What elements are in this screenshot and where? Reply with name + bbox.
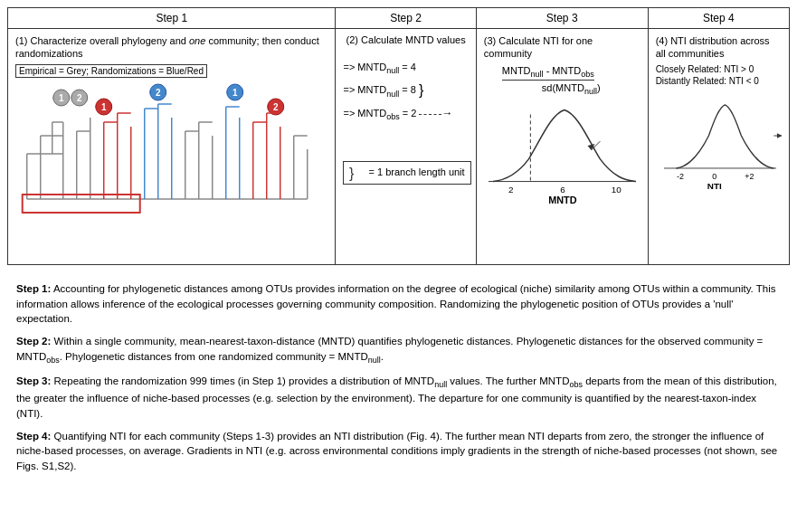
tree-area: 1 2 2 1 1 2	[15, 81, 327, 226]
steps-header-row: Step 1 Step 2 Step 3 Step 4	[8, 8, 789, 29]
step2-content: (2) Calculate MNTD values => MNTDnull = …	[336, 29, 476, 264]
step3-content: (3) Calculate NTI for one community MNTD…	[477, 29, 649, 264]
svg-text:6: 6	[560, 185, 565, 195]
svg-marker-61	[777, 133, 782, 138]
text-section: Step 1: Accounting for phylogenetic dist…	[7, 274, 790, 481]
step3-title: (3) Calculate NTI for one community	[484, 34, 640, 61]
paragraph-1: Step 1: Accounting for phylogenetic dist…	[16, 281, 781, 327]
phylo-tree-svg: 1 2 2 1 1 2	[15, 81, 327, 226]
p2-text: Within a single community, mean-nearest-…	[16, 336, 763, 362]
formula-null2: => MNTDnull = 8 }	[343, 78, 468, 104]
branch-unit-box: } = 1 branch length unit	[343, 161, 470, 185]
step3-header: Step 3	[477, 8, 649, 28]
main-container: Step 1 Step 2 Step 3 Step 4 (1) Characte…	[0, 0, 797, 489]
formula-null1: => MNTDnull = 4	[343, 59, 468, 78]
svg-text:0: 0	[712, 171, 716, 180]
svg-text:NTI: NTI	[707, 181, 721, 191]
branch-unit-label: = 1 branch length unit	[369, 166, 465, 176]
step2-formulas: => MNTDnull = 4 => MNTDnull = 8 } => MNT…	[343, 59, 468, 125]
paragraph-4: Step 4: Quantifying NTI for each communi…	[16, 429, 781, 474]
svg-text:}: }	[349, 166, 355, 181]
svg-text:1: 1	[232, 88, 238, 98]
formula-obs: => MNTDobs = 2 →	[343, 104, 468, 124]
svg-text:1: 1	[101, 102, 107, 112]
p1-bold: Step 1:	[16, 283, 51, 294]
step2-header: Step 2	[336, 8, 476, 28]
paragraph-3: Step 3: Repeating the randomization 999 …	[16, 374, 781, 422]
paragraph-2: Step 2: Within a single community, mean-…	[16, 334, 781, 366]
diagram-box: Step 1 Step 2 Step 3 Step 4 (1) Characte…	[7, 7, 790, 265]
nti-numerator: MNTDnull - MNTDobs	[502, 65, 594, 81]
svg-text:1: 1	[59, 93, 64, 103]
svg-text:2: 2	[508, 185, 513, 195]
step2-title: (2) Calculate MNTD values	[343, 34, 468, 45]
nti-denominator: sd(MNTDnull)	[502, 82, 640, 96]
svg-text:2: 2	[77, 93, 82, 103]
svg-text:2: 2	[156, 88, 161, 98]
distantly-related: Distantly Related: NTI < 0	[656, 76, 782, 86]
branch-unit-container: } = 1 branch length unit	[343, 152, 468, 185]
step1-content: (1) Characterize overall phylogeny and o…	[8, 29, 336, 264]
p4-text: Quantifying NTI for each community (Step…	[16, 431, 777, 471]
p3-text: Repeating the randomization 999 times (i…	[16, 375, 777, 419]
p2-bold: Step 2:	[16, 336, 51, 347]
p1-text: Accounting for phylogenetic distances am…	[16, 283, 775, 324]
p3-bold: Step 3:	[16, 375, 51, 386]
svg-text:+2: +2	[745, 171, 754, 180]
p4-bold: Step 4:	[16, 431, 51, 442]
step4-title: (4) NTI distribution across all communit…	[656, 34, 782, 61]
svg-text:10: 10	[611, 185, 621, 195]
step4-content: (4) NTI distribution across all communit…	[649, 29, 789, 264]
svg-text:MNTD: MNTD	[548, 195, 577, 204]
svg-text:2: 2	[273, 102, 279, 112]
step3-chart: 2 6 10 MNTD	[484, 96, 640, 204]
step4-header: Step 4	[649, 8, 789, 28]
content-row: (1) Characterize overall phylogeny and o…	[8, 29, 789, 264]
step4-chart: Fig. 4 -2 0 +2 NTI	[656, 90, 782, 198]
step1-description: (1) Characterize overall phylogeny and o…	[15, 34, 327, 61]
brace-icon: }	[349, 165, 365, 181]
step1-header: Step 1	[8, 8, 336, 28]
closely-related: Closely Related: NTI > 0	[656, 64, 782, 74]
svg-text:-2: -2	[677, 171, 684, 180]
empirical-label: Empirical = Grey; Randomizations = Blue/…	[15, 64, 207, 78]
